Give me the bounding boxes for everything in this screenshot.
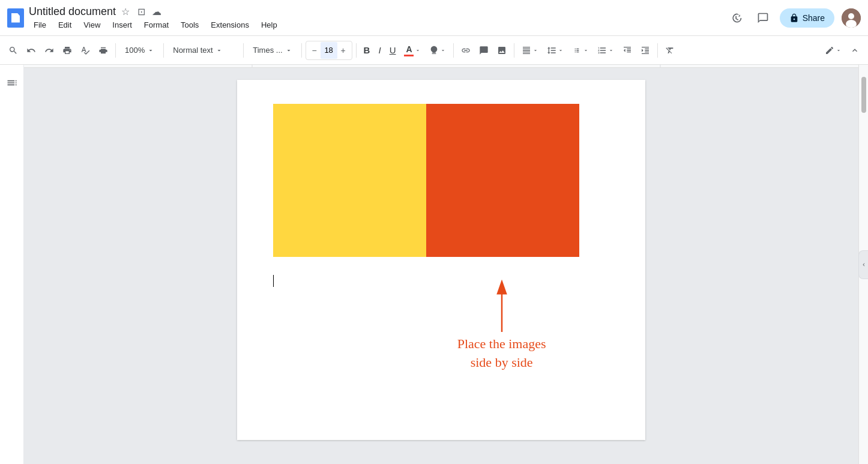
- ordered-list-button[interactable]: [594, 41, 618, 60]
- content-row: Place the images side by side: [273, 269, 609, 372]
- redo-button[interactable]: [41, 41, 58, 60]
- undo-button[interactable]: [23, 41, 40, 60]
- font-size-decrease[interactable]: −: [309, 42, 321, 59]
- menu-view[interactable]: View: [79, 19, 105, 31]
- ruler-content: 2 1 1 2 3 4 5 6 7 8 9 10 11 12 13 14 15: [24, 65, 858, 67]
- separator-6: [453, 43, 454, 58]
- menu-file[interactable]: File: [29, 19, 51, 31]
- cloud-icon[interactable]: ☁: [151, 5, 163, 17]
- annotation-text: Place the images side by side: [457, 335, 546, 372]
- separator-2: [163, 43, 164, 58]
- comments-button[interactable]: [753, 8, 773, 28]
- menu-tools[interactable]: Tools: [176, 19, 203, 31]
- font-size-increase[interactable]: +: [337, 42, 349, 59]
- style-label: Normal text: [173, 46, 212, 55]
- scrollbar-thumb[interactable]: [861, 77, 866, 113]
- menu-insert[interactable]: Insert: [107, 19, 137, 31]
- menu-edit[interactable]: Edit: [53, 19, 76, 31]
- spellcheck-button[interactable]: [77, 41, 94, 60]
- style-dropdown[interactable]: Normal text: [167, 41, 240, 60]
- separator-8: [657, 43, 658, 58]
- document-area: 2 1 1 2 3 4 5 6 7 8 9 10 11 12 13 14 15: [24, 65, 858, 464]
- highlight-button[interactable]: [426, 41, 450, 60]
- separator-3: [243, 43, 244, 58]
- menu-format[interactable]: Format: [139, 19, 173, 31]
- svg-point-1: [848, 13, 854, 19]
- zoom-label: 100%: [125, 46, 145, 55]
- collapse-toolbar-button[interactable]: [846, 41, 863, 60]
- font-dropdown[interactable]: Times ...: [247, 41, 297, 60]
- line-spacing-button[interactable]: [543, 41, 567, 60]
- share-button[interactable]: Share: [780, 8, 834, 28]
- history-button[interactable]: [727, 8, 746, 28]
- italic-button[interactable]: I: [375, 41, 384, 60]
- search-button[interactable]: [5, 41, 22, 60]
- toolbar: 100% Normal text Times ... − 18 + B I U …: [0, 36, 868, 65]
- document-page: Place the images side by side: [237, 80, 645, 440]
- menu-bar: File Edit View Insert Format Tools Exten…: [29, 19, 722, 31]
- outline-icon[interactable]: [1, 72, 23, 94]
- clear-format-button[interactable]: [662, 41, 678, 60]
- separator-4: [301, 43, 302, 58]
- underline-button[interactable]: U: [386, 41, 400, 60]
- right-actions: Share: [727, 8, 861, 28]
- font-size-input[interactable]: 18: [321, 42, 337, 59]
- annotation-area: Place the images side by side: [394, 275, 609, 372]
- text-cursor: [273, 275, 274, 287]
- font-size-container: − 18 +: [306, 41, 352, 60]
- ruler: 2 1 1 2 3 4 5 6 7 8 9 10 11 12 13 14 15: [24, 65, 858, 68]
- annotation-line-2: side by side: [457, 354, 546, 372]
- title-top: Untitled document ☆ ⊡ ☁: [29, 5, 722, 18]
- image-button[interactable]: [493, 41, 510, 60]
- arrow-svg: [490, 275, 514, 335]
- collapse-panel-button[interactable]: [858, 250, 868, 279]
- title-bar: Untitled document ☆ ⊡ ☁ File Edit View I…: [0, 0, 868, 36]
- google-docs-icon: [7, 8, 24, 28]
- sidebar: [0, 65, 24, 464]
- bold-button[interactable]: B: [360, 41, 374, 60]
- image-right[interactable]: [426, 104, 579, 257]
- print-button[interactable]: [59, 41, 76, 60]
- text-color-indicator: A: [404, 44, 414, 56]
- main-content: 2 1 1 2 3 4 5 6 7 8 9 10 11 12 13 14 15: [0, 65, 868, 464]
- separator-5: [356, 43, 357, 58]
- font-label: Times ...: [253, 46, 282, 55]
- align-button[interactable]: [518, 41, 542, 60]
- menu-help[interactable]: Help: [256, 19, 282, 31]
- title-section: Untitled document ☆ ⊡ ☁ File Edit View I…: [29, 5, 722, 31]
- folder-icon[interactable]: ⊡: [135, 5, 147, 17]
- right-panel: [858, 65, 868, 464]
- text-color-button[interactable]: A: [400, 41, 424, 60]
- paint-format-button[interactable]: [95, 41, 112, 60]
- comment-button[interactable]: [475, 41, 492, 60]
- separator-7: [514, 43, 514, 58]
- separator-1: [115, 43, 116, 58]
- title-icons: ☆ ⊡ ☁: [119, 5, 163, 17]
- image-left[interactable]: [273, 104, 426, 257]
- indent-increase-button[interactable]: [637, 41, 654, 60]
- image-row: [273, 104, 609, 257]
- share-label: Share: [803, 13, 825, 23]
- indent-decrease-button[interactable]: [619, 41, 636, 60]
- pencil-mode-button[interactable]: [821, 41, 845, 60]
- star-icon[interactable]: ☆: [119, 5, 131, 17]
- menu-extensions[interactable]: Extensions: [206, 19, 254, 31]
- document-title[interactable]: Untitled document: [29, 5, 116, 18]
- annotation-line-1: Place the images: [457, 335, 546, 354]
- link-button[interactable]: [457, 41, 474, 60]
- checklist-button[interactable]: [568, 41, 592, 60]
- page-container: Place the images side by side: [24, 68, 858, 464]
- zoom-dropdown[interactable]: 100%: [119, 41, 160, 60]
- user-avatar[interactable]: [842, 8, 861, 28]
